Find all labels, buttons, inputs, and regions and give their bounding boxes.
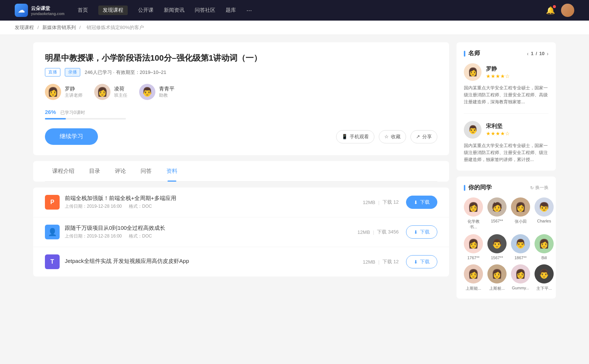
user-avatar[interactable] (561, 4, 574, 17)
nav-item-home[interactable]: 首页 (78, 6, 88, 15)
sidebar-teacher-2-desc: 国内某重点大学安全工程专业硕士，国家一级注册消防工程师、注册安全工程师、级注册建… (464, 142, 549, 164)
classmates-header: 你的同学 ↻ 换一换 (464, 184, 549, 192)
teacher-3-info: 青青平 助教 (159, 86, 174, 99)
classmate-10[interactable]: 👩 上斯桩... (487, 264, 507, 291)
files-list: P 前端全栈加强版！前端全栈+全周期+多端应用 上传日期：2019-12-28 … (33, 188, 449, 276)
classmate-6[interactable]: 👨 1567** (487, 234, 507, 260)
sidebar-teacher-2-header: 👨 宋利坚 ★★★★☆ (464, 121, 549, 139)
left-content: 明星中教授课，小学阶段语法100分–强化级第1讲动词（一） 直播 录播 246人… (33, 42, 449, 304)
sidebar-teacher-1: 👩 罗静 ★★★★☆ 国内某重点大学安全工程专业硕士，国家一级注册消防工程师、注… (464, 63, 549, 114)
progress-sub: 已学习0课时 (60, 110, 85, 115)
share-icon: ↗ (416, 134, 420, 139)
download-button-3[interactable]: ⬇ 下载 (406, 255, 437, 268)
file-icon-3: T (45, 254, 60, 269)
badge-record: 录播 (65, 68, 80, 76)
classmates-card: 你的同学 ↻ 换一换 👩 化学教书... 🧑 1567** 👩 (456, 176, 556, 299)
logo-icon: ☁ (15, 4, 28, 17)
tab-review[interactable]: 评论 (107, 161, 133, 181)
action-buttons: 📱 手机观看 ☆ 收藏 ↗ 分享 (336, 130, 437, 143)
file-info-1: 前端全栈加强版！前端全栈+全周期+多端应用 上传日期：2019-12-28 16… (65, 195, 363, 210)
next-teacher-btn[interactable]: › (547, 51, 549, 57)
teacher-3-avatar: 👨 (139, 84, 155, 100)
progress-bar-fill (45, 118, 66, 119)
teacher-2-info: 凌荷 班主任 (114, 86, 127, 99)
classmate-10-avatar: 👩 (487, 264, 507, 283)
classmate-8-avatar: 👩 (535, 234, 554, 253)
teacher-1-info: 罗静 主讲老师 (65, 86, 82, 99)
classmate-3[interactable]: 👩 张小田 (511, 197, 530, 230)
sidebar-teacher-2-info: 宋利坚 ★★★★☆ (486, 123, 510, 136)
classmate-2[interactable]: 🧑 1567** (487, 197, 507, 230)
refresh-button[interactable]: ↻ 换一换 (530, 185, 549, 191)
teacher-2-name: 凌荷 (114, 86, 127, 92)
classmate-4[interactable]: 👦 Charles (535, 197, 554, 230)
classmate-9-name: 上斯能... (466, 286, 481, 291)
tab-intro[interactable]: 课程介绍 (45, 161, 82, 181)
file-meta-1: 上传日期：2019-12-28 16:00 格式：DOC (65, 203, 363, 210)
classmate-5[interactable]: 👩 1767** (464, 234, 483, 260)
classmate-12[interactable]: 👨 主下平... (535, 264, 554, 291)
teacher-1: 👩 罗静 主讲老师 (45, 84, 82, 100)
file-item-2: 👤 跟随千万级项目从0到100全过程高效成长 上传日期：2019-12-28 1… (33, 217, 449, 247)
course-title: 明星中教授课，小学阶段语法100分–强化级第1讲动词（一） (45, 53, 437, 64)
classmate-11-name: Gummy... (512, 286, 529, 290)
progress-percent: 26% (45, 109, 56, 115)
tab-materials[interactable]: 资料 (159, 161, 185, 181)
navbar-left: ☁ 云朵课堂 yundaoketang.com 首页 发现课程 公开课 新闻资讯… (15, 4, 252, 17)
tab-qa[interactable]: 问答 (133, 161, 159, 181)
nav-item-exam[interactable]: 题库 (226, 6, 236, 15)
refresh-icon: ↻ (530, 185, 534, 190)
classmate-4-avatar: 👦 (535, 197, 554, 217)
nav-item-qa[interactable]: 问答社区 (195, 6, 215, 15)
share-label: 分享 (422, 133, 432, 140)
classmate-11-avatar: 👩 (511, 264, 530, 283)
teacher-3-role: 助教 (159, 92, 174, 99)
sidebar-teacher-1-desc: 国内某重点大学安全工程专业硕士，国家一级注册消防工程师、注册安全工程师、高级注册… (464, 85, 549, 106)
classmate-8[interactable]: 👩 Bill (535, 234, 554, 260)
sidebar-teacher-1-avatar: 👩 (464, 63, 482, 81)
classmates-grid: 👩 化学教书... 🧑 1567** 👩 张小田 👦 Charles 👩 (464, 197, 549, 291)
teachers-sidebar-card: 名师 ‹ 1/10 › 👩 罗静 ★★★★☆ 国内某重点大学安全工程专业硕士，国… (456, 42, 556, 171)
download-button-1[interactable]: ⬇ 下载 (406, 196, 437, 209)
collect-button[interactable]: ☆ 收藏 (379, 130, 406, 143)
file-meta-2: 上传日期：2019-12-28 16:00 格式：DOC (65, 233, 357, 239)
nav-item-news[interactable]: 新闻资讯 (164, 6, 184, 15)
download-icon-1: ⬇ (414, 200, 418, 205)
teacher-2: 👩 凌荷 班主任 (94, 84, 127, 100)
classmate-11[interactable]: 👩 Gummy... (511, 264, 530, 291)
teachers-sidebar-title: 名师 ‹ 1/10 › (464, 50, 549, 57)
file-size-3: 12MB (363, 259, 375, 265)
sidebar-teacher-1-header: 👩 罗静 ★★★★☆ (464, 63, 549, 81)
bell-icon[interactable]: 🔔 (546, 6, 555, 15)
continue-button[interactable]: 继续学习 (45, 128, 98, 145)
classmate-1[interactable]: 👩 化学教书... (464, 197, 483, 230)
classmate-6-name: 1567** (491, 256, 503, 260)
mobile-watch-label: 手机观看 (350, 133, 369, 140)
download-button-2[interactable]: ⬇ 下载 (406, 225, 437, 239)
breadcrumb-series[interactable]: 新媒体营销系列 (42, 25, 76, 30)
mobile-watch-button[interactable]: 📱 手机观看 (336, 130, 374, 143)
teacher-3-name: 青青平 (159, 86, 174, 92)
file-name-3: Jetpack全组件实战 开发短视频应用高仿皮皮虾App (65, 258, 363, 265)
classmate-10-name: 上斯桩... (489, 286, 505, 291)
breadcrumb-discover[interactable]: 发现课程 (15, 25, 34, 30)
file-stats-3: 12MB | 下载 12 (363, 258, 399, 265)
progress-section: 26% 已学习0课时 (45, 109, 437, 119)
prev-teacher-btn[interactable]: ‹ (527, 51, 529, 57)
breadcrumb-sep-2: / (79, 25, 82, 30)
sidebar-teacher-2-avatar: 👨 (464, 121, 482, 139)
file-downloads-3: 下载 12 (382, 258, 399, 265)
classmate-9[interactable]: 👩 上斯能... (464, 264, 483, 291)
classmate-8-name: Bill (542, 256, 547, 260)
nav-more[interactable]: ··· (246, 5, 252, 16)
navbar: ☁ 云朵课堂 yundaoketang.com 首页 发现课程 公开课 新闻资讯… (0, 0, 589, 21)
logo[interactable]: ☁ 云朵课堂 yundaoketang.com (15, 4, 64, 17)
nav-item-discover[interactable]: 发现课程 (98, 6, 128, 15)
sidebar-teacher-1-name: 罗静 (486, 65, 510, 72)
classmate-7[interactable]: 👨 1867** (511, 234, 530, 260)
tab-catalog[interactable]: 目录 (82, 161, 107, 181)
mobile-icon: 📱 (342, 134, 348, 139)
nav-item-public[interactable]: 公开课 (138, 6, 154, 15)
right-sidebar: 名师 ‹ 1/10 › 👩 罗静 ★★★★☆ 国内某重点大学安全工程专业硕士，国… (456, 42, 556, 304)
share-button[interactable]: ↗ 分享 (410, 130, 437, 143)
